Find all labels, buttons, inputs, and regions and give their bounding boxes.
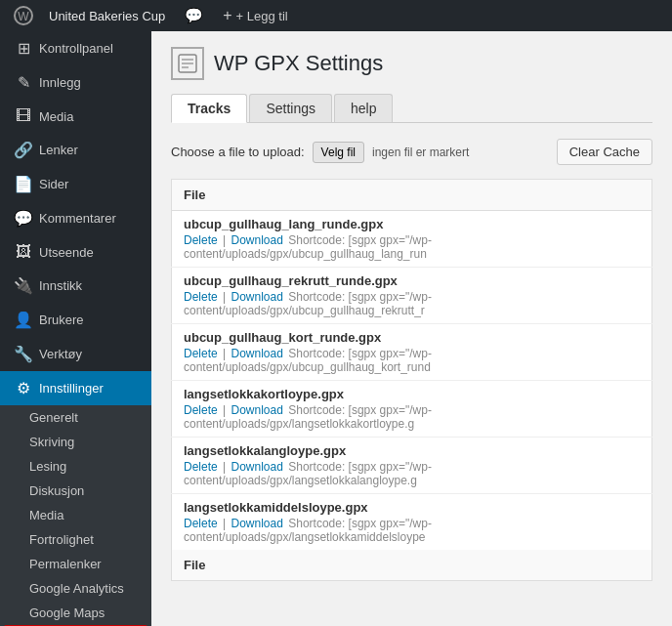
svg-text:W: W	[18, 10, 29, 23]
file-name: ubcup_gullhaug_kort_runde.gpx	[184, 330, 640, 345]
table-cell: langsetlokkakortloype.gpx Delete | Downl…	[172, 381, 652, 438]
file-actions: Delete | Download Shortcode: [sgpx gpx="…	[184, 517, 640, 544]
content-area: WP GPX Settings Tracks Settings help Cho…	[151, 31, 672, 626]
file-name: ubcup_gullhaug_lang_runde.gpx	[184, 217, 640, 231]
users-icon: 👤	[14, 311, 33, 329]
sidebar-item-innstillinger[interactable]: ⚙ Innstillinger	[0, 371, 151, 405]
plus-icon: +	[223, 7, 231, 24]
file-actions: Delete | Download Shortcode: [sgpx gpx="…	[184, 403, 640, 431]
delete-link-1[interactable]: Delete	[184, 290, 218, 304]
tab-help[interactable]: help	[334, 94, 393, 122]
table-cell: ubcup_gullhaug_lang_runde.gpx Delete | D…	[172, 211, 652, 268]
table-cell: ubcup_gullhaug_kort_runde.gpx Delete | D…	[172, 324, 652, 381]
table-row: langsetlokkamiddelsloype.gpx Delete | Do…	[172, 494, 652, 551]
table-footer-file: File	[172, 550, 652, 581]
sidebar-item-lenker[interactable]: 🔗 Lenker	[0, 133, 151, 167]
download-link-1[interactable]: Download	[231, 290, 283, 304]
tab-settings[interactable]: Settings	[249, 94, 332, 122]
sidebar-item-innlegg[interactable]: ✎ Innlegg	[0, 65, 151, 100]
appearance-icon: 🖼	[14, 243, 33, 261]
shortcode-2: Shortcode: [sgpx gpx="/wp-content/upload…	[184, 347, 432, 374]
file-actions: Delete | Download Shortcode: [sgpx gpx="…	[184, 290, 640, 317]
main-layout: ⊞ Kontrollpanel ✎ Innlegg 🎞 Media 🔗 Lenk…	[0, 31, 672, 626]
shortcode-0: Shortcode: [sgpx gpx="/wp-content/upload…	[184, 233, 432, 261]
table-cell: ubcup_gullhaug_rekrutt_runde.gpx Delete …	[172, 268, 652, 324]
tools-icon: 🔧	[14, 345, 33, 363]
delete-link-0[interactable]: Delete	[184, 233, 218, 247]
table-header-file: File	[172, 180, 652, 211]
shortcode-4: Shortcode: [sgpx gpx="/wp-content/upload…	[184, 460, 432, 487]
admin-bar: W United Bakeries Cup 💬 + + Legg til	[0, 0, 672, 31]
sidebar-item-verktoy[interactable]: 🔧 Verktøy	[0, 337, 151, 371]
sidebar-item-kontrollpanel[interactable]: ⊞ Kontrollpanel	[0, 31, 151, 65]
tab-tracks[interactable]: Tracks	[171, 94, 247, 123]
file-name: langsetlokkakortloype.gpx	[184, 387, 640, 401]
comments-icon: 💬	[14, 209, 33, 228]
sidebar-item-sider[interactable]: 📄 Sider	[0, 167, 151, 201]
sidebar-item-utseende[interactable]: 🖼 Utseende	[0, 235, 151, 269]
page-title: WP GPX Settings	[214, 51, 383, 76]
page-title-row: WP GPX Settings	[171, 47, 652, 80]
table-row: ubcup_gullhaug_lang_runde.gpx Delete | D…	[172, 211, 652, 268]
file-actions: Delete | Download Shortcode: [sgpx gpx="…	[184, 460, 640, 487]
upload-label: Choose a file to upload:	[171, 145, 305, 159]
no-file-text: ingen fil er markert	[372, 146, 469, 159]
gpx-files-table: File ubcup_gullhaug_lang_runde.gpx Delet…	[171, 179, 652, 581]
tab-bar: Tracks Settings help	[171, 94, 652, 123]
add-new-button[interactable]: + + Legg til	[213, 0, 297, 31]
table-cell: langsetlokkamiddelsloype.gpx Delete | Do…	[172, 494, 652, 551]
shortcode-3: Shortcode: [sgpx gpx="/wp-content/upload…	[184, 403, 432, 431]
sidebar-item-kommentarer[interactable]: 💬 Kommentarer	[0, 201, 151, 235]
file-name: ubcup_gullhaug_rekrutt_runde.gpx	[184, 273, 640, 288]
download-link-2[interactable]: Download	[231, 347, 283, 360]
sidebar-item-innstikk[interactable]: 🔌 Innstikk	[0, 269, 151, 303]
table-row: langsetlokkalangloype.gpx Delete | Downl…	[172, 438, 652, 494]
download-link-5[interactable]: Download	[231, 517, 283, 530]
delete-link-2[interactable]: Delete	[184, 347, 218, 360]
upload-row: Choose a file to upload: Velg fil ingen …	[171, 139, 652, 165]
download-link-4[interactable]: Download	[231, 460, 283, 474]
submenu-lesing[interactable]: Lesing	[0, 454, 151, 479]
dashboard-icon: ⊞	[14, 39, 33, 58]
download-link-0[interactable]: Download	[231, 233, 283, 247]
sidebar-item-media[interactable]: 🎞 Media	[0, 100, 151, 133]
media-icon: 🎞	[14, 107, 33, 125]
page-icon	[171, 47, 204, 80]
site-name[interactable]: United Bakeries Cup	[39, 0, 175, 31]
shortcode-5: Shortcode: [sgpx gpx="/wp-content/upload…	[184, 517, 432, 544]
submenu-diskusjon[interactable]: Diskusjon	[0, 479, 151, 503]
posts-icon: ✎	[14, 73, 33, 92]
links-icon: 🔗	[14, 141, 33, 159]
submenu-google-maps[interactable]: Google Maps	[0, 601, 151, 625]
submenu-skriving[interactable]: Skriving	[0, 430, 151, 454]
download-link-3[interactable]: Download	[231, 403, 283, 417]
table-row: langsetlokkakortloype.gpx Delete | Downl…	[172, 381, 652, 438]
delete-link-5[interactable]: Delete	[184, 517, 218, 530]
settings-icon: ⚙	[14, 379, 33, 397]
pages-icon: 📄	[14, 175, 33, 193]
submenu-fortrolighet[interactable]: Fortrolighet	[0, 527, 151, 552]
file-name: langsetlokkalangloype.gpx	[184, 443, 640, 458]
sidebar-item-brukere[interactable]: 👤 Brukere	[0, 303, 151, 337]
submenu-google-analytics[interactable]: Google Analytics	[0, 576, 151, 601]
sidebar: ⊞ Kontrollpanel ✎ Innlegg 🎞 Media 🔗 Lenk…	[0, 31, 151, 626]
file-actions: Delete | Download Shortcode: [sgpx gpx="…	[184, 347, 640, 374]
settings-submenu: Generelt Skriving Lesing Diskusjon Media…	[0, 405, 151, 626]
wp-logo-icon[interactable]: W	[8, 0, 39, 31]
table-cell: langsetlokkalangloype.gpx Delete | Downl…	[172, 438, 652, 494]
table-row: ubcup_gullhaug_kort_runde.gpx Delete | D…	[172, 324, 652, 381]
clear-cache-button[interactable]: Clear Cache	[557, 139, 652, 165]
delete-link-4[interactable]: Delete	[184, 460, 218, 474]
plugins-icon: 🔌	[14, 276, 33, 295]
file-actions: Delete | Download Shortcode: [sgpx gpx="…	[184, 233, 640, 261]
file-name: langsetlokkamiddelsloype.gpx	[184, 500, 640, 515]
table-row: ubcup_gullhaug_rekrutt_runde.gpx Delete …	[172, 268, 652, 324]
choose-file-button[interactable]: Velg fil	[313, 142, 364, 163]
comment-icon-bar[interactable]: 💬	[175, 0, 213, 31]
submenu-permalenker[interactable]: Permalenker	[0, 552, 151, 576]
submenu-media[interactable]: Media	[0, 503, 151, 527]
delete-link-3[interactable]: Delete	[184, 403, 218, 417]
submenu-generelt[interactable]: Generelt	[0, 405, 151, 430]
shortcode-1: Shortcode: [sgpx gpx="/wp-content/upload…	[184, 290, 432, 317]
